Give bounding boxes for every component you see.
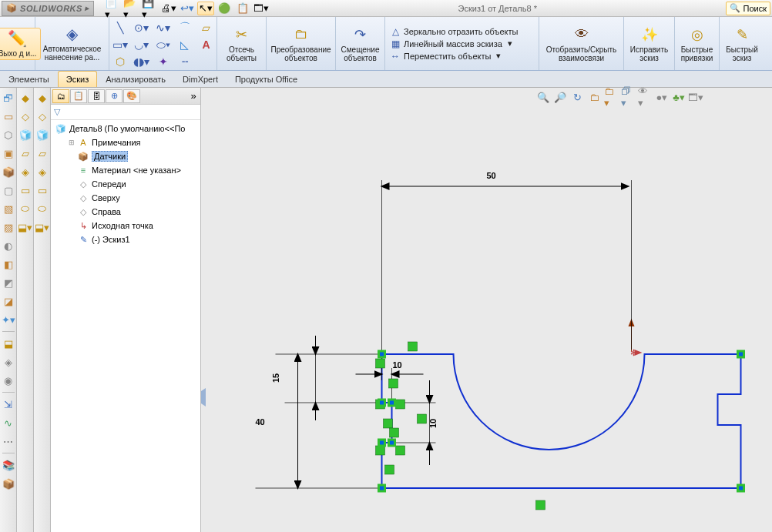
tc-ico[interactable]: 📚 [2,458,15,472]
save-icon[interactable]: 💾▾ [142,2,159,15]
new-icon[interactable]: 📄▾ [105,2,122,15]
arc-icon[interactable]: ◡▾ [133,37,150,52]
ellipse-icon[interactable]: ⬭▾ [155,37,172,52]
plus-icon[interactable]: ⊞ [68,139,75,146]
scene-icon[interactable]: ♣▾ [672,90,686,104]
orientation-icon[interactable]: 🗀▾ [604,90,618,104]
tree-item[interactable]: ↳Исходная точка [51,219,200,233]
tree-tab-config-icon[interactable]: 🗄 [88,89,105,103]
graphics-viewport[interactable]: ✻ 50 40 [201,88,772,532]
rapid-sketch-button[interactable]: ✎ Быстрый эскиз [721,24,763,64]
tc-ico[interactable]: 📦 [2,477,15,490]
auto-dimension-button[interactable]: ◈ Автоматическое нанесение ра... [38,25,107,62]
dimension-50[interactable]: 50 [382,171,632,354]
tc-ico[interactable]: ⬓ [2,336,15,350]
poly-icon[interactable]: ⬡ [112,54,129,69]
tc-ico[interactable]: ⬭ [18,202,32,216]
tc-ico[interactable]: 🧊 [18,128,32,142]
rotate-icon[interactable]: ↻ [570,90,584,104]
tc-ico[interactable]: ◉ [2,373,15,387]
move-button[interactable]: ↔Переместить объекты ▾ [390,51,501,62]
print-icon[interactable]: 🖨▾ [160,2,177,15]
tc-ico[interactable]: ◈ [18,165,32,179]
tc-ico[interactable]: ◇ [18,109,32,123]
tc-dropdown-icon[interactable]: ✦▾ [2,313,15,326]
tree-item[interactable]: 📦Датчики [51,149,200,163]
tree-root[interactable]: 🧊 Деталь8 (По умолчанию<<По [51,122,200,136]
select-icon[interactable]: ↖▾ [197,2,214,15]
fillet-icon[interactable]: ⌒ [176,20,193,35]
collapse-handle[interactable] [201,388,207,407]
tree-item[interactable]: ◇Сверху [51,191,200,205]
open-icon[interactable]: 📂▾ [123,2,140,15]
options-icon[interactable]: 🗔▾ [253,2,270,15]
convert-button[interactable]: 🗀 Преобразование объектов [266,24,335,64]
tab-features[interactable]: Элементы [0,71,58,87]
tc-ico[interactable]: ◐ [2,239,15,253]
tab-evaluate[interactable]: Анализировать [97,71,174,87]
tc-ico[interactable]: ▭ [2,109,15,123]
search-input[interactable]: 🔍 Поиск [726,2,770,15]
tc-ico[interactable]: ◇ [35,109,49,123]
tc-ico[interactable]: ◆ [18,91,32,105]
tab-sketch[interactable]: Эскиз [58,71,97,87]
tc-ico[interactable]: 🗗 [2,91,15,105]
tc-ico[interactable]: ▨ [2,220,15,234]
props-icon[interactable]: 📋 [234,2,251,15]
tc-ico[interactable]: ◆ [35,91,49,105]
tab-dimxpert[interactable]: DimXpert [174,71,227,87]
tc-dropdown-icon[interactable]: ⬓▾ [18,220,32,234]
tc-dropdown-icon[interactable]: ⬓▾ [35,220,49,234]
tc-ico[interactable]: ▣ [2,146,15,160]
tc-ico[interactable]: ▧ [2,202,15,216]
zoom-fit-icon[interactable]: 🔍 [536,90,550,104]
section-icon[interactable]: 🗀 [587,90,601,104]
circle-icon[interactable]: ⊙▾ [133,20,150,35]
tc-ico[interactable]: ▭ [18,183,32,197]
plane-icon[interactable]: ▱ [198,20,215,35]
exit-sketch-button[interactable]: ✏️ Выхо д и... [0,28,41,60]
trim-button[interactable]: ✂ Отсечь объекты [222,24,262,64]
tc-ico[interactable]: ▭ [35,183,49,197]
tree-item[interactable]: ⊞AПримечания [51,136,200,149]
tree-item[interactable]: ◇Спереди [51,177,200,191]
point-icon[interactable]: ✦ [155,54,172,69]
tc-ico[interactable]: ⇲ [2,397,15,411]
tree-tab-property-icon[interactable]: 📋 [70,89,87,103]
zoom-area-icon[interactable]: 🔎 [553,90,567,104]
tree-item[interactable]: ◇Справа [51,205,200,219]
tree-tab-feature-icon[interactable]: 🗂 [52,89,69,103]
chamfer-icon[interactable]: ◺ [176,37,193,52]
appearance-icon[interactable]: ●▾ [655,90,669,104]
dimension-15[interactable]: 15 [271,336,382,420]
tc-ico[interactable]: ◪ [2,294,15,308]
show-relations-button[interactable]: 👁 Отобразить/Скрыть взаимосвязи [542,24,622,64]
hide-show-icon[interactable]: 👁▾ [638,90,652,104]
tab-office[interactable]: Продукты Office [227,71,306,87]
mirror-button[interactable]: △Зеркально отразить объекты [390,26,518,37]
tc-ico[interactable]: ▱ [35,146,49,160]
spline-icon[interactable]: ∿▾ [155,20,172,35]
centerline-icon[interactable]: ╌ [176,54,193,69]
tree-item[interactable]: ✎(-) Эскиз1 [51,233,200,246]
tc-ico[interactable]: ▢ [2,183,15,197]
slot-icon[interactable]: ◖◗▾ [133,54,150,69]
undo-icon[interactable]: ↩▾ [179,2,196,15]
rebuild-icon[interactable]: 🟢 [216,2,233,15]
display-style-icon[interactable]: 🗇▾ [621,90,635,104]
quick-snaps-button[interactable]: ◎ Быстрые привязки [676,24,718,64]
tc-ico[interactable]: 📦 [2,165,15,179]
offset-button[interactable]: ↷ Смещение объектов [337,24,384,64]
tc-ico[interactable]: ⋯ [2,434,15,448]
tc-ico[interactable]: ⬡ [2,128,15,142]
tree-tab-render-icon[interactable]: 🎨 [123,89,140,103]
tc-ico[interactable]: ◈ [35,165,49,179]
tc-ico[interactable]: 🧊 [35,128,49,142]
rect-icon[interactable]: ▭▾ [112,37,129,52]
tc-ico[interactable]: ◈ [2,355,15,369]
linear-pattern-button[interactable]: ▦Линейный массив эскиза ▾ [390,38,512,49]
repair-sketch-button[interactable]: ✨ Исправить эскиз [626,24,673,64]
tc-ico[interactable]: ∿ [2,416,15,430]
tc-ico[interactable]: ⬭ [35,202,49,216]
render-icon[interactable]: 🗔▾ [689,90,703,104]
